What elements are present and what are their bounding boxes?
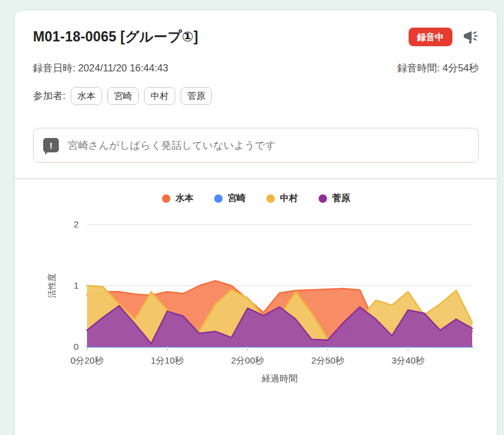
legend-item[interactable]: 水本 bbox=[162, 193, 194, 204]
y-tick-label: 1 bbox=[74, 280, 79, 290]
recorded-at: 録音日時: 2024/11/20 16:44:43 bbox=[33, 62, 168, 75]
recorded-at-value: 2024/11/20 16:44:43 bbox=[78, 62, 168, 73]
page-background: M01-18-0065 [グループ①] 録音中 bbox=[0, 0, 504, 435]
page-title: M01-18-0065 [グループ①] bbox=[33, 28, 198, 46]
legend-item[interactable]: 宮崎 bbox=[214, 193, 246, 204]
recording-status-badge: 録音中 bbox=[409, 28, 452, 46]
participants-label: 参加者: bbox=[33, 89, 65, 103]
legend-label: 中村 bbox=[280, 193, 298, 204]
participant-chip: 菅原 bbox=[181, 87, 212, 105]
megaphone-icon[interactable] bbox=[462, 29, 479, 46]
session-card: M01-18-0065 [グループ①] 録音中 bbox=[15, 11, 497, 435]
legend-label: 水本 bbox=[176, 193, 194, 204]
duration: 録音時間: 4分54秒 bbox=[397, 62, 479, 75]
speech-exclamation-icon: ! bbox=[43, 138, 59, 152]
participant-chip: 水本 bbox=[71, 87, 102, 105]
legend-dot bbox=[319, 194, 327, 203]
duration-value: 4分54秒 bbox=[442, 62, 479, 73]
participant-chip: 中村 bbox=[144, 87, 175, 105]
chart-legend: 水本宮崎中村菅原 bbox=[33, 193, 479, 204]
legend-label: 宮崎 bbox=[228, 193, 246, 204]
participant-chip-list: 水本宮崎中村菅原 bbox=[71, 87, 212, 105]
x-tick-label: 1分10秒 bbox=[151, 355, 184, 365]
x-tick-label: 2分50秒 bbox=[311, 355, 344, 365]
legend-label: 菅原 bbox=[332, 193, 350, 204]
meta-row: 録音日時: 2024/11/20 16:44:43 録音時間: 4分54秒 bbox=[33, 62, 479, 75]
activity-chart: 0120分20秒1分10秒2分00秒2分50秒3分40秒経過時間活性度 bbox=[33, 208, 479, 388]
alert-text: 宮崎さんがしばらく発話していないようです bbox=[68, 139, 275, 152]
duration-label: 録音時間: bbox=[397, 62, 440, 73]
y-axis-title: 活性度 bbox=[47, 273, 56, 298]
header-actions: 録音中 bbox=[409, 28, 479, 46]
legend-dot bbox=[266, 194, 275, 203]
legend-dot bbox=[162, 194, 170, 203]
participants-row: 参加者: 水本宮崎中村菅原 bbox=[33, 87, 479, 105]
legend-dot bbox=[214, 194, 223, 203]
section-divider bbox=[15, 178, 497, 179]
x-tick-label: 2分00秒 bbox=[231, 355, 264, 365]
participant-chip: 宮崎 bbox=[107, 87, 139, 105]
legend-item[interactable]: 中村 bbox=[266, 193, 298, 204]
x-tick-label: 0分20秒 bbox=[70, 355, 103, 365]
y-tick-label: 2 bbox=[74, 219, 79, 229]
inactivity-alert: ! 宮崎さんがしばらく発話していないようです bbox=[33, 128, 479, 163]
recorded-at-label: 録音日時: bbox=[33, 62, 76, 73]
card-header: M01-18-0065 [グループ①] 録音中 bbox=[33, 28, 479, 46]
x-tick-label: 3分40秒 bbox=[391, 355, 424, 365]
legend-item[interactable]: 菅原 bbox=[319, 193, 350, 204]
y-tick-label: 0 bbox=[74, 341, 79, 352]
x-axis-title: 経過時間 bbox=[262, 373, 298, 383]
